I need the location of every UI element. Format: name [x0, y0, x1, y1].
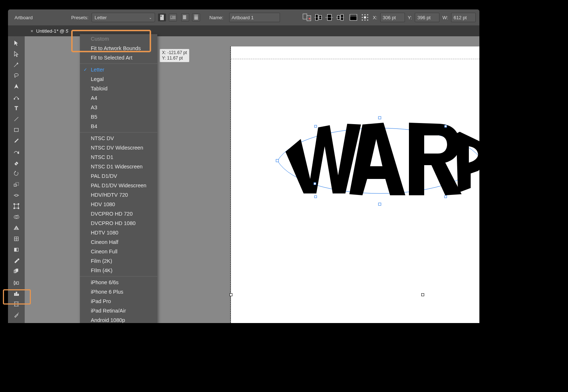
artboard-name-input[interactable]	[229, 13, 280, 22]
document-tab-title[interactable]: Untitled-1* @ 5	[36, 28, 68, 34]
artboard-handle-bottom-left[interactable]	[230, 293, 232, 296]
preset-option[interactable]: Tabloid	[80, 84, 157, 93]
preset-option[interactable]: iPhone 6/6s	[80, 278, 157, 287]
align-right-icon[interactable]	[336, 13, 344, 21]
orientation-landscape-button[interactable]	[169, 13, 177, 21]
svg-rect-70	[16, 292, 17, 295]
curvature-tool[interactable]	[10, 92, 23, 102]
preset-option[interactable]: PAL D1/DV	[80, 171, 157, 181]
preset-option[interactable]: DVCPRO HD 1080	[80, 219, 157, 228]
preset-option[interactable]: HDV 1080	[80, 200, 157, 209]
tab-close-button[interactable]: ×	[31, 28, 33, 34]
preset-option: Custom	[80, 34, 157, 44]
svg-rect-31	[378, 117, 381, 119]
chevron-down-icon: ⌄	[149, 16, 152, 20]
preset-option[interactable]: Fit to Selected Art	[80, 53, 157, 62]
slice-tool[interactable]	[10, 310, 23, 320]
type-tool[interactable]: T	[10, 103, 23, 113]
shape-builder-tool[interactable]	[10, 212, 23, 222]
svg-point-1	[160, 15, 162, 17]
preset-option[interactable]: HDV/HDTV 720	[80, 190, 157, 200]
artboard-handle-bottom-mid[interactable]	[421, 293, 424, 296]
x-label: X:	[373, 15, 377, 20]
preset-option[interactable]: NTSC D1 Widescreen	[80, 162, 157, 171]
blend-tool[interactable]	[10, 266, 23, 277]
delete-artboard-button[interactable]	[192, 13, 200, 21]
preset-option[interactable]: Cineon Half	[80, 237, 157, 247]
preset-option[interactable]: NTSC DV	[80, 134, 157, 143]
preset-option[interactable]: FIlm (4K)	[80, 266, 157, 275]
gradient-tool[interactable]	[10, 245, 23, 255]
svg-rect-47	[14, 184, 16, 186]
svg-line-43	[15, 117, 19, 121]
lasso-tool[interactable]	[10, 70, 23, 81]
reference-point-selector[interactable]	[360, 13, 370, 21]
preset-option[interactable]: ✓Letter	[80, 65, 157, 74]
presets-dropdown[interactable]: Letter ⌄	[92, 13, 155, 22]
warp-text-object[interactable]	[275, 103, 479, 208]
eraser-tool[interactable]	[10, 158, 23, 168]
y-input[interactable]	[415, 13, 439, 22]
move-artwork-toggle[interactable]	[302, 13, 312, 21]
eyedropper-tool[interactable]	[10, 256, 23, 266]
orientation-portrait-button[interactable]	[158, 13, 166, 21]
svg-rect-35	[315, 196, 317, 198]
svg-rect-60	[15, 248, 16, 252]
preset-option[interactable]: Film (2K)	[80, 256, 157, 266]
preset-option[interactable]: Android 1080p	[80, 315, 157, 323]
w-input[interactable]	[451, 13, 476, 22]
svg-point-23	[362, 17, 363, 18]
svg-rect-5	[194, 16, 198, 20]
preset-option[interactable]: Legal	[80, 74, 157, 84]
column-graph-tool[interactable]	[10, 288, 23, 298]
align-center-icon[interactable]	[325, 13, 333, 21]
svg-point-22	[367, 14, 368, 15]
perspective-grid-tool[interactable]	[10, 223, 23, 233]
svg-point-25	[367, 17, 368, 18]
free-transform-tool[interactable]	[10, 201, 23, 211]
svg-rect-63	[16, 269, 18, 271]
direct-selection-tool[interactable]	[10, 49, 23, 59]
mesh-tool[interactable]	[10, 234, 23, 244]
svg-point-45	[18, 152, 19, 154]
artboard-tool[interactable]	[10, 299, 23, 309]
preset-option[interactable]: HDTV 1080	[80, 228, 157, 237]
preset-option[interactable]: iPad Pro	[80, 297, 157, 306]
align-left-icon[interactable]	[315, 13, 322, 21]
svg-rect-71	[18, 294, 19, 296]
preset-option[interactable]: DVCPRO HD 720	[80, 209, 157, 219]
symbol-sprayer-tool[interactable]	[10, 277, 23, 287]
svg-point-65	[14, 281, 15, 282]
shaper-tool[interactable]	[10, 147, 23, 157]
preset-option[interactable]: iPad Retina/Air	[80, 306, 157, 315]
svg-point-40	[14, 98, 15, 99]
preset-option[interactable]: A4	[80, 93, 157, 103]
preset-option[interactable]: PAL D1/DV Widescreen	[80, 181, 157, 190]
selection-tool[interactable]	[10, 38, 23, 48]
preset-option[interactable]: B5	[80, 112, 157, 122]
pen-tool[interactable]	[10, 81, 23, 91]
artboard-options-icon[interactable]	[349, 13, 357, 21]
scale-tool[interactable]	[10, 179, 23, 189]
width-tool[interactable]	[10, 190, 23, 200]
svg-point-66	[14, 283, 15, 283]
preset-option[interactable]: NTSC D1	[80, 152, 157, 162]
magic-wand-tool[interactable]	[10, 60, 23, 70]
new-artboard-button[interactable]	[181, 13, 189, 21]
svg-rect-37	[314, 183, 316, 185]
paintbrush-tool[interactable]	[10, 136, 23, 146]
preset-option[interactable]: iPhone 6 Plus	[80, 287, 157, 297]
preset-option[interactable]: A3	[80, 103, 157, 112]
presets-label: Presets:	[71, 15, 89, 20]
preset-option[interactable]: Fit to Artwork Bounds	[80, 44, 157, 53]
rectangle-tool[interactable]	[10, 125, 23, 135]
x-input[interactable]	[380, 13, 405, 22]
preset-option[interactable]: B4	[80, 122, 157, 131]
w-label: W:	[442, 15, 448, 20]
preset-option[interactable]: Cineon Full	[80, 247, 157, 256]
rotate-tool[interactable]	[10, 168, 23, 179]
artboard-surface[interactable]	[231, 46, 479, 323]
line-tool[interactable]	[10, 114, 23, 124]
hand-tool[interactable]	[10, 321, 23, 323]
preset-option[interactable]: NTSC DV Widescreen	[80, 143, 157, 152]
